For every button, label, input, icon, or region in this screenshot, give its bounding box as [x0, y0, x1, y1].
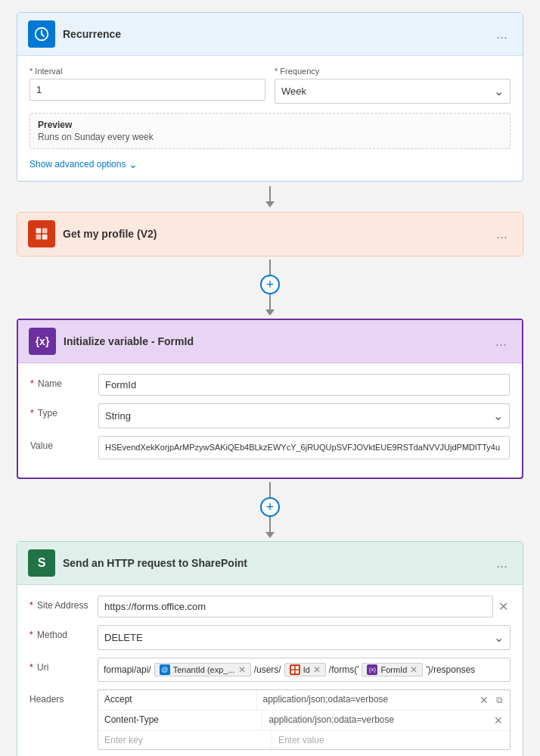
site-address-label-text: Site Address — [37, 600, 88, 611]
headers-table: Accept application/json;odata=verbose ✕ … — [98, 689, 511, 750]
header-delete-0[interactable]: ✕ — [477, 693, 491, 707]
uri-formid-close[interactable]: ✕ — [410, 665, 417, 674]
name-input[interactable] — [98, 374, 510, 396]
headers-label: Headers — [29, 689, 98, 705]
arrow-head-1 — [265, 201, 275, 207]
uri-formid-chip[interactable]: {x} FormId ✕ — [362, 663, 423, 677]
header-placeholder-key[interactable]: Enter key — [98, 731, 272, 749]
header-value-1: application/json;odata=verbose — [262, 711, 487, 730]
method-row: * Method DELETE — [29, 625, 511, 650]
frequency-chevron-icon — [494, 84, 504, 98]
type-label-text: Type — [38, 408, 57, 418]
uri-id-chip[interactable]: Id ✕ — [284, 663, 326, 677]
uri-field[interactable]: formapi/api/ @ TenantId (exp_... ✕ /user… — [98, 658, 511, 682]
uri-value-col: formapi/api/ @ TenantId (exp_... ✕ /user… — [98, 658, 511, 682]
http-title: Send an HTTP request to SharePoint — [63, 557, 484, 569]
svg-rect-6 — [296, 666, 299, 669]
svg-rect-3 — [36, 235, 42, 240]
site-address-label: * Site Address — [29, 596, 98, 611]
interval-group: * Interval — [29, 67, 265, 101]
frequency-select[interactable]: Week — [275, 79, 511, 104]
uri-id-label: Id — [303, 665, 310, 674]
svg-rect-2 — [42, 229, 48, 234]
profile-icon — [28, 220, 55, 247]
uri-prefix: formapi/api/ — [104, 664, 151, 675]
interval-frequency-row: * Interval * Frequency Week — [29, 67, 511, 104]
value-row: Value HSEvendXekKorjpArMPzywSAKiQEb4BLkz… — [30, 436, 510, 459]
header-actions-1: ✕ — [487, 711, 510, 730]
uri-suffix: ')/responses — [426, 664, 475, 675]
svg-rect-7 — [291, 670, 294, 673]
uri-tenant-close[interactable]: ✕ — [238, 665, 246, 674]
header-row-0: Accept application/json;odata=verbose ✕ … — [98, 690, 510, 711]
headers-label-text: Headers — [29, 694, 64, 705]
plus-arrow-line-1 — [269, 260, 271, 275]
uri-label-text: Uri — [37, 662, 48, 673]
svg-rect-8 — [296, 670, 299, 673]
header-actions-0: ✕ ⧉ — [473, 690, 510, 710]
plus-arrow-line-2b — [269, 517, 271, 532]
uri-id-close[interactable]: ✕ — [313, 665, 321, 674]
header-placeholder-key-text: Enter key — [104, 735, 143, 745]
uri-tenant-icon: @ — [160, 664, 170, 675]
plus-arrow-line-1b — [269, 294, 271, 310]
site-address-value-col: ✕ — [98, 596, 511, 618]
header-key-0: Accept — [98, 690, 257, 710]
header-value-0: application/json;odata=verbose — [257, 690, 473, 710]
uri-mid2: /forms(' — [329, 664, 359, 675]
variable-title: Initialize variable - FormId — [64, 335, 483, 347]
header-placeholder-value[interactable]: Enter value — [272, 731, 510, 749]
name-value-col — [98, 374, 510, 396]
variable-header: {x} Initialize variable - FormId ... — [18, 320, 522, 363]
name-label: * Name — [30, 374, 98, 389]
preview-box: Preview Runs on Sunday every week — [29, 113, 511, 149]
frequency-label: * Frequency — [275, 67, 511, 76]
header-row-new: Enter key Enter value — [98, 731, 510, 749]
site-address-row: * Site Address ✕ — [29, 596, 511, 618]
recurrence-more-button[interactable]: ... — [492, 24, 512, 44]
header-key-1: Content-Type — [98, 711, 262, 730]
plus-button-1[interactable]: + — [260, 275, 280, 294]
profile-title: Get my profile (V2) — [63, 228, 484, 240]
type-value: String — [105, 410, 131, 422]
value-label-text: Value — [30, 440, 53, 451]
preview-title: Preview — [38, 120, 502, 130]
interval-label: * Interval — [29, 67, 265, 76]
uri-mid: /users/ — [254, 664, 281, 675]
interval-input[interactable] — [29, 79, 265, 101]
header-placeholder-value-text: Enter value — [278, 735, 324, 745]
uri-formid-icon: {x} — [367, 664, 377, 675]
frequency-value: Week — [281, 86, 306, 97]
type-select[interactable]: String — [98, 403, 510, 428]
site-address-input[interactable] — [98, 596, 493, 618]
variable-icon: {x} — [29, 328, 56, 355]
method-select[interactable]: DELETE — [98, 625, 511, 650]
method-chevron-icon — [494, 630, 504, 645]
value-input[interactable]: HSEvendXekKorjpArMPzywSAKiQEb4BLkzEWYcY_… — [98, 436, 510, 459]
http-more-button[interactable]: ... — [492, 553, 512, 573]
variable-body: * Name * Type String — [18, 363, 522, 478]
flow-container: Recurrence ... * Interval * Frequency We… — [12, 12, 528, 756]
header-copy-0[interactable]: ⧉ — [494, 694, 505, 706]
variable-more-button[interactable]: ... — [491, 331, 511, 351]
method-label: * Method — [29, 625, 98, 640]
svg-rect-4 — [42, 235, 48, 240]
show-advanced-button[interactable]: Show advanced options ⌄ — [29, 158, 138, 170]
http-body: * Site Address ✕ * Method DELETE — [17, 585, 523, 757]
headers-row-outer: Headers Accept application/json;odata=ve… — [29, 689, 511, 750]
recurrence-title: Recurrence — [63, 28, 484, 40]
profile-more-button[interactable]: ... — [492, 224, 512, 244]
uri-row: * Uri formapi/api/ @ TenantId (exp_... ✕… — [29, 658, 511, 682]
plus-button-2[interactable]: + — [260, 497, 280, 517]
variable-card: {x} Initialize variable - FormId ... * N… — [17, 319, 523, 479]
http-icon: S — [28, 549, 55, 577]
uri-formid-label: FormId — [380, 665, 407, 674]
header-delete-1[interactable]: ✕ — [492, 714, 505, 727]
type-label: * Type — [30, 403, 98, 418]
uri-tenant-chip[interactable]: @ TenantId (exp_... ✕ — [154, 663, 251, 677]
show-advanced-chevron-icon: ⌄ — [129, 158, 138, 170]
recurrence-card: Recurrence ... * Interval * Frequency We… — [17, 12, 523, 182]
svg-rect-5 — [291, 666, 294, 669]
method-value: DELETE — [104, 632, 143, 643]
site-address-clear-button[interactable]: ✕ — [496, 599, 511, 614]
